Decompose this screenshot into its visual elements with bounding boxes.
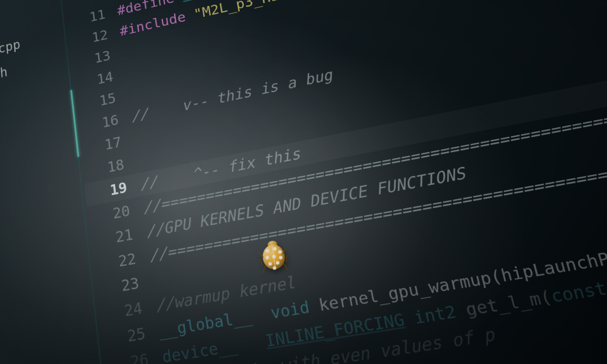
ladybug-spot bbox=[273, 266, 276, 270]
code-editor[interactable]: 11#define AnMi_FMM_HIP_kernel_hpp12#incl… bbox=[65, 0, 607, 364]
photo-scene: nult.cppnhw.sh 11#define AnMi_FMM_HIP_ke… bbox=[0, 0, 607, 364]
code-token bbox=[235, 331, 267, 355]
ladybug-leg bbox=[285, 255, 287, 263]
ladybug-leg bbox=[283, 263, 288, 270]
ladybug-leg bbox=[262, 266, 266, 273]
code-token bbox=[250, 303, 272, 326]
code-token: int2 bbox=[412, 301, 458, 328]
ladybug-on-screen bbox=[258, 239, 290, 273]
code-token: void bbox=[269, 297, 311, 323]
screen-plane: nult.cppnhw.sh 11#define AnMi_FMM_HIP_ke… bbox=[0, 0, 607, 364]
